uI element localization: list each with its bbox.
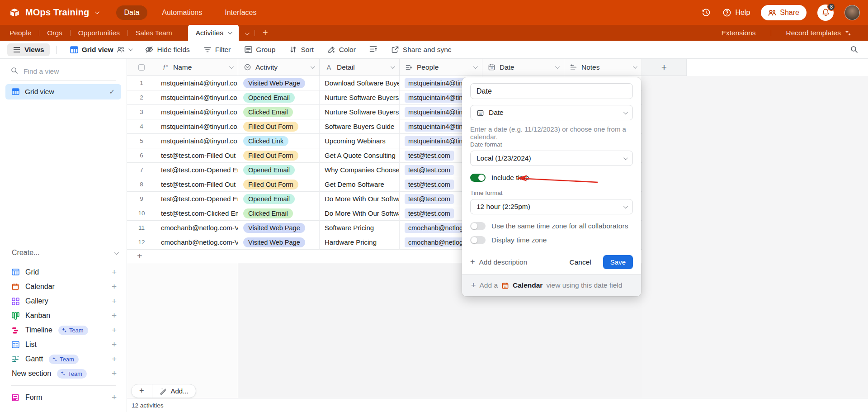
cell-name[interactable]: mstqueintain4@tinyurl.co...: [156, 105, 238, 119]
cell-name[interactable]: test@test.com-Opened Em...: [156, 163, 238, 177]
include-time-toggle[interactable]: [470, 174, 486, 182]
cell-detail[interactable]: Nurture Software Buyers G...: [320, 105, 400, 119]
sort-button[interactable]: Sort: [289, 46, 313, 54]
add-view-button[interactable]: +: [112, 393, 117, 403]
cell-activity[interactable]: Filled Out Form: [238, 177, 320, 192]
cell-name[interactable]: test@test.com-Filled Out F...: [156, 177, 238, 192]
column-chevron-icon[interactable]: [633, 64, 637, 69]
tab-activities-active[interactable]: Activities: [188, 25, 239, 41]
sidebar-item-grid-view[interactable]: Grid view ✓: [5, 84, 121, 99]
cell-name[interactable]: test@test.com-Filled Out F...: [156, 148, 238, 163]
views-button[interactable]: Views: [7, 43, 50, 56]
tab-list-chevron-icon[interactable]: [239, 29, 255, 37]
cell-activity[interactable]: Clicked Email: [238, 206, 320, 221]
create-item-calendar[interactable]: Calendar+: [0, 279, 127, 294]
column-chevron-icon[interactable]: [311, 64, 315, 69]
column-chevron-icon[interactable]: [229, 64, 234, 69]
cell-detail[interactable]: Software Pricing: [320, 221, 400, 235]
hide-fields-button[interactable]: Hide fields: [145, 46, 189, 54]
nav-data[interactable]: Data: [116, 5, 148, 20]
cell-activity[interactable]: Opened Email: [238, 192, 320, 206]
tab-opportunities[interactable]: Opportunities: [71, 29, 127, 37]
cell-activity[interactable]: Visited Web Page: [238, 235, 320, 250]
add-with-ai-button[interactable]: Add...: [152, 387, 196, 395]
cell-activity[interactable]: Clicked Email: [238, 105, 320, 119]
display-timezone-toggle[interactable]: [470, 236, 486, 244]
add-view-button[interactable]: +: [112, 296, 117, 306]
cell-name[interactable]: mstqueintain4@tinyurl.co...: [156, 134, 238, 148]
add-view-button[interactable]: +: [112, 325, 117, 335]
nav-automations[interactable]: Automations: [154, 5, 210, 20]
help-button[interactable]: Help: [722, 8, 750, 18]
share-button[interactable]: Share: [761, 5, 807, 20]
cell-activity[interactable]: Filled Out Form: [238, 148, 320, 163]
cell-name[interactable]: cmochanb@netlog.com-Vi...: [156, 221, 238, 235]
date-format-select[interactable]: Local (1/23/2024): [470, 151, 633, 166]
user-avatar[interactable]: [844, 5, 860, 20]
time-format-select[interactable]: 12 hour (2:25pm): [470, 199, 633, 214]
same-timezone-toggle[interactable]: [470, 222, 486, 230]
tab-sales-team[interactable]: Sales Team: [128, 29, 180, 37]
view-switcher[interactable]: Grid view: [70, 46, 132, 54]
column-header-date[interactable]: 31 Date: [482, 59, 564, 76]
cell-detail[interactable]: Software Buyers Guide: [320, 119, 400, 134]
create-item-list[interactable]: List+: [0, 337, 127, 352]
cell-detail[interactable]: Get A Quote Consulting: [320, 148, 400, 163]
column-chevron-icon[interactable]: [473, 64, 478, 69]
share-sync-button[interactable]: Share and sync: [391, 46, 452, 54]
column-header-activity[interactable]: Activity: [238, 59, 320, 76]
column-header-detail[interactable]: A Detail: [320, 59, 400, 76]
field-type-select[interactable]: 31 Date: [470, 105, 633, 120]
add-view-button[interactable]: +: [112, 311, 117, 321]
add-view-button[interactable]: +: [112, 369, 117, 379]
column-header-name[interactable]: ƒx Name: [156, 59, 238, 76]
column-header-people[interactable]: People: [400, 59, 482, 76]
cell-name[interactable]: cmochanb@netlog.com-Vi...: [156, 235, 238, 250]
search-button[interactable]: [850, 46, 858, 54]
cell-detail[interactable]: Nurture Software Buyers G...: [320, 90, 400, 105]
tab-people[interactable]: People: [2, 29, 39, 37]
create-item-timeline[interactable]: TimelineTeam+: [0, 323, 127, 337]
save-button[interactable]: Save: [603, 255, 633, 269]
add-view-button[interactable]: +: [112, 340, 117, 350]
cell-name[interactable]: mstqueintain4@tinyurl.co...: [156, 76, 238, 90]
create-item-gallery[interactable]: Gallery+: [0, 294, 127, 308]
cancel-button[interactable]: Cancel: [570, 258, 591, 266]
notifications-button[interactable]: 8: [817, 5, 834, 21]
history-icon[interactable]: [701, 8, 711, 18]
column-header-notes[interactable]: Notes: [564, 59, 642, 76]
record-templates-button[interactable]: Record templates: [778, 29, 859, 37]
cell-activity[interactable]: Visited Web Page: [238, 76, 320, 90]
select-all-cell[interactable]: [127, 59, 156, 76]
cell-activity[interactable]: Clicked Link: [238, 134, 320, 148]
cell-activity[interactable]: Filled Out Form: [238, 119, 320, 134]
add-record-button[interactable]: +: [132, 384, 152, 398]
column-chevron-icon[interactable]: [391, 64, 395, 69]
cell-name[interactable]: test@test.com-Opened Em...: [156, 192, 238, 206]
cell-activity[interactable]: Opened Email: [238, 163, 320, 177]
row-height-button[interactable]: [369, 46, 377, 54]
create-item-gantt[interactable]: GanttTeam+: [0, 352, 127, 366]
add-view-button[interactable]: +: [112, 267, 117, 277]
column-chevron-icon[interactable]: [555, 64, 560, 69]
cell-name[interactable]: mstqueintain4@tinyurl.co...: [156, 90, 238, 105]
popup-footer[interactable]: + Add a 31 Calendar view using this date…: [462, 274, 641, 296]
add-field-button[interactable]: +: [642, 59, 687, 76]
create-item-form[interactable]: Form+: [0, 390, 127, 405]
cell-activity[interactable]: Opened Email: [238, 90, 320, 105]
cell-detail[interactable]: Hardware Pricing: [320, 235, 400, 250]
base-chevron-down-icon[interactable]: [94, 9, 99, 14]
cell-detail[interactable]: Upcoming Webinars: [320, 134, 400, 148]
create-section-header[interactable]: Create...: [12, 249, 118, 257]
cell-detail[interactable]: Do More With Our Software: [320, 192, 400, 206]
cell-name[interactable]: test@test.com-Clicked Email: [156, 206, 238, 221]
cell-detail[interactable]: Do More With Our Software: [320, 206, 400, 221]
group-button[interactable]: Group: [244, 46, 275, 54]
add-description-button[interactable]: + Add description: [470, 257, 527, 267]
cell-detail[interactable]: Get Demo Software: [320, 177, 400, 192]
add-table-button[interactable]: +: [255, 28, 276, 38]
add-view-button[interactable]: +: [112, 282, 117, 292]
filter-button[interactable]: Filter: [203, 46, 231, 54]
cell-name[interactable]: mstqueintain4@tinyurl.co...: [156, 119, 238, 134]
create-item-new-section[interactable]: New sectionTeam+: [0, 366, 127, 381]
